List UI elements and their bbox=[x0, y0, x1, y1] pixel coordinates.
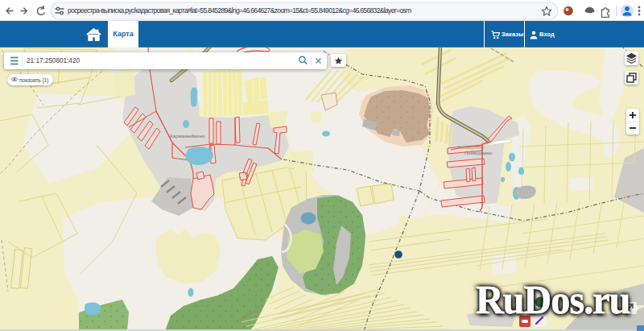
svg-text:Поймурзино: Поймурзино bbox=[464, 151, 493, 155]
svg-text:Паймурзино: Паймурзино bbox=[457, 145, 485, 150]
svg-text:Кармамейкино: Кармамейкино bbox=[170, 134, 205, 139]
